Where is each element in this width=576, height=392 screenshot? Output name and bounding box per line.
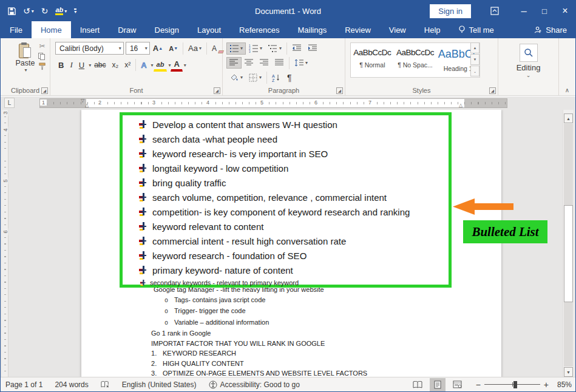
ribbon-tab[interactable]: View [380,21,415,38]
editing-dropdown-icon[interactable]: ⌄ [501,72,556,78]
spelling-dropdown-icon[interactable]: ▾ [64,8,67,14]
ribbon-tab[interactable]: References [230,21,288,38]
ribbon-tab[interactable]: Draw [109,21,145,38]
clear-formatting-button[interactable]: A [209,42,220,55]
superscript-button[interactable]: x² [121,59,134,71]
font-dialog-launcher[interactable]: ◢ [214,87,220,94]
save-button[interactable] [8,7,16,15]
bold-button[interactable]: B [55,59,67,72]
zoom-out-button[interactable]: − [476,380,481,390]
strikethrough-button[interactable]: abc [91,59,109,71]
zoom-slider-thumb[interactable] [513,381,517,388]
editing-button[interactable] [520,44,538,62]
collapse-ribbon-button[interactable]: ∧ [565,87,569,93]
web-layout-button[interactable] [450,378,466,391]
decrease-indent-button[interactable] [289,42,305,54]
borders-button[interactable]: ▾ [246,72,265,84]
ribbon-tab[interactable]: Home [32,21,71,38]
bulleted-list-item[interactable]: secondary keywords - relevant to primary… [139,277,449,288]
underline-button[interactable]: U [76,59,87,72]
bulleted-list-item[interactable]: bring quality traffic [139,175,449,190]
style-card[interactable]: AaBbCcDc ¶ No Spac... [394,43,437,77]
cut-button[interactable]: ✂ [38,42,46,50]
read-mode-button[interactable] [410,378,425,391]
font-family-select[interactable]: Calibri (Body)▾ [55,42,124,55]
tab-selector-button[interactable]: L [4,98,15,108]
bulleted-list-item[interactable]: primary keyword- nature of content [139,263,449,277]
bulleted-list-item[interactable]: keyword research- is very important in S… [139,146,449,161]
font-color-button[interactable]: A [171,58,182,72]
undo-button[interactable]: ↺▾ [23,6,34,16]
change-case-button[interactable]: Aa▾ [185,42,205,55]
ribbon-display-options-button[interactable] [484,1,505,21]
bulleted-list-item[interactable]: competition- is key component of keyword… [139,204,449,219]
borders-dropdown-icon[interactable]: ▾ [259,75,262,80]
text-effects-button[interactable]: A [138,59,149,72]
sign-in-button[interactable]: Sign in [430,4,471,18]
multilevel-list-button[interactable]: ▾ [265,42,285,55]
vertical-scrollbar[interactable]: ▲ ▼ [563,110,574,378]
paste-dropdown-icon[interactable]: ▾ [24,67,27,73]
multilevel-dropdown-icon[interactable]: ▾ [279,46,282,51]
ribbon-tab[interactable]: Help [415,21,450,38]
page-indicator[interactable]: Page 1 of 1 [5,380,42,389]
ribbon-tab[interactable]: Mailings [289,21,336,38]
align-center-button[interactable] [242,57,257,69]
document-page[interactable]: Develop a content that answers W-H quest… [81,110,501,378]
customize-qat-button[interactable]: ▾ [74,8,76,14]
scroll-up-button[interactable]: ▲ [564,113,573,123]
ribbon-tab[interactable]: Review [336,21,380,38]
accessibility-status[interactable]: Accessibility: Good to go [209,380,300,389]
bulleted-list-item[interactable]: keyword research - foundation of SEO [139,248,449,263]
share-button[interactable]: Share [534,21,567,38]
clipboard-dialog-launcher[interactable]: ◢ [41,87,48,94]
horizontal-ruler[interactable]: 1 1234567 ▽ △ △ [39,98,507,108]
font-size-select[interactable]: 16▾ [126,42,150,55]
line-spacing-dropdown-icon[interactable]: ▾ [305,60,308,66]
tell-me-button[interactable]: Tell me [450,21,503,38]
scroll-down-button[interactable]: ▼ [564,367,573,377]
styles-scroll-up-button[interactable]: ▲ [470,42,479,53]
bulleted-list-item[interactable]: Develop a content that answers W-H quest… [139,117,449,132]
style-card[interactable]: AaBbCcDc ¶ Normal [351,43,394,77]
word-count[interactable]: 204 words [55,380,88,389]
zoom-level[interactable]: 85% [552,380,572,389]
proofing-errors-button[interactable] [101,380,110,388]
line-spacing-button[interactable]: ▾ [291,57,311,69]
bullets-dropdown-icon[interactable]: ▾ [240,46,243,51]
body-text-block[interactable]: Google tag Manager - -lift the heavy lif… [151,285,367,378]
close-button[interactable]: × [555,1,575,21]
spelling-grammar-button[interactable]: ab▾ [55,7,67,15]
shrink-font-button[interactable]: A▼ [166,43,181,54]
justify-button[interactable] [272,57,287,69]
first-line-indent-marker[interactable]: ▽ [81,98,84,103]
show-hide-pilcrow-button[interactable]: ¶ [284,71,295,84]
language-indicator[interactable]: English (United States) [122,380,197,389]
bulleted-list-item[interactable]: search data -what people need [139,132,449,146]
bulleted-list-item[interactable]: search volume, competition, relevance , … [139,190,449,204]
right-indent-marker[interactable]: △ [459,103,462,108]
ribbon-tab[interactable]: Layout [188,21,230,38]
sort-button[interactable]: AZ [269,72,284,84]
align-right-button[interactable] [257,57,272,69]
increase-indent-button[interactable] [305,42,320,54]
paragraph-dialog-launcher[interactable]: ◢ [336,87,343,94]
italic-button[interactable]: I [67,58,75,72]
ribbon-tab[interactable]: Insert [71,21,109,38]
styles-scroll-down-button[interactable]: ▼ [470,54,479,65]
grow-font-button[interactable]: A▲ [150,42,166,55]
print-layout-button[interactable] [430,378,446,391]
undo-dropdown-icon[interactable]: ▾ [32,8,34,14]
numbering-dropdown-icon[interactable]: ▾ [260,46,262,51]
styles-more-button[interactable]: ⌄ [470,66,479,76]
format-painter-button[interactable] [38,63,46,70]
zoom-in-button[interactable]: + [544,380,549,390]
zoom-slider[interactable] [484,380,540,389]
paste-button[interactable]: Paste ▾ [16,42,35,73]
ribbon-tab[interactable]: Design [146,21,188,38]
scrollbar-thumb[interactable] [564,205,573,302]
bulleted-list-item[interactable]: keyword relevant to content [139,219,449,234]
minimize-button[interactable]: ─ [513,1,534,21]
maximize-button[interactable]: □ [534,1,555,21]
bulleted-list-item[interactable]: longtail keyword - low competition [139,161,449,175]
